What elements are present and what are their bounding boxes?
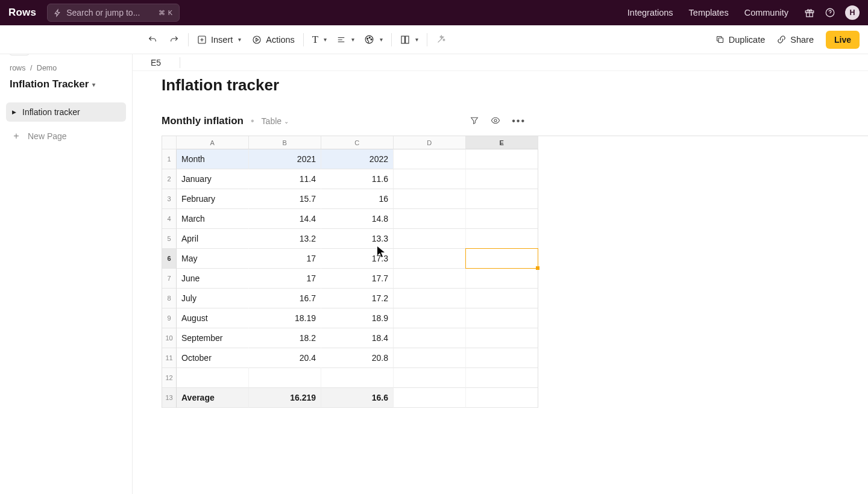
crumb-root[interactable]: rows [10, 64, 25, 72]
filter-icon[interactable] [470, 116, 479, 127]
brand-logo[interactable]: Rows [8, 7, 36, 19]
cell-A4[interactable]: March [177, 209, 249, 229]
cell-D4[interactable] [394, 209, 466, 229]
cell-B10[interactable]: 18.2 [249, 328, 321, 348]
col-header-A[interactable]: A [177, 136, 249, 149]
cell-A8[interactable]: July [177, 289, 249, 308]
cell-C6[interactable]: 17.3 [321, 249, 394, 269]
cell-A12[interactable] [177, 368, 249, 388]
cell-A6[interactable]: May [177, 249, 249, 269]
cell-A13[interactable]: Average [177, 388, 249, 408]
row-header-8[interactable]: 8 [162, 289, 177, 308]
row-header-6[interactable]: 6 [162, 249, 177, 269]
view-selector[interactable]: Table ⌄ [262, 116, 289, 126]
col-header-B[interactable]: B [249, 136, 321, 149]
cell-B3[interactable]: 15.7 [249, 189, 321, 209]
cell-E13[interactable] [466, 388, 538, 408]
cell-B8[interactable]: 16.7 [249, 289, 321, 308]
cell-C5[interactable]: 13.3 [321, 229, 394, 249]
cell-E2[interactable] [466, 169, 538, 189]
cell-E12[interactable] [466, 368, 538, 388]
cell-A9[interactable]: August [177, 308, 249, 328]
undo-button[interactable] [147, 35, 158, 45]
cell-A1[interactable]: Month [177, 149, 249, 169]
cell-B1[interactable]: 2021 [249, 149, 321, 169]
cell-D11[interactable] [394, 348, 466, 368]
col-header-C[interactable]: C [321, 136, 394, 149]
cell-D13[interactable] [394, 388, 466, 408]
cell-E9[interactable] [466, 308, 538, 328]
cell-C4[interactable]: 14.8 [321, 209, 394, 229]
nav-templates[interactable]: Templates [689, 8, 729, 17]
cell-B13[interactable]: 16.219 [249, 388, 321, 408]
cell-D8[interactable] [394, 289, 466, 308]
cell-B7[interactable]: 17 [249, 269, 321, 289]
cell-C10[interactable]: 18.4 [321, 328, 394, 348]
cell-E5[interactable] [466, 229, 538, 249]
cell-A5[interactable]: April [177, 229, 249, 249]
col-header-E[interactable]: E [466, 136, 538, 149]
cell-D7[interactable] [394, 269, 466, 289]
nav-integrations[interactable]: Integrations [627, 8, 673, 17]
search-input[interactable]: Search or jump to... ⌘ K [47, 4, 180, 22]
row-header-3[interactable]: 3 [162, 189, 177, 209]
cell-B5[interactable]: 13.2 [249, 229, 321, 249]
table-name[interactable]: Monthly inflation [162, 115, 244, 127]
nav-community[interactable]: Community [744, 8, 788, 17]
row-header-2[interactable]: 2 [162, 169, 177, 189]
cell-C8[interactable]: 17.2 [321, 289, 394, 308]
cell-E11[interactable] [466, 348, 538, 368]
cell-B6[interactable]: 17 [249, 249, 321, 269]
cell-A3[interactable]: February [177, 189, 249, 209]
color-button[interactable]: ▾ [364, 34, 383, 45]
cell-B4[interactable]: 14.4 [249, 209, 321, 229]
text-format-button[interactable]: T ▾ [312, 34, 327, 46]
actions-button[interactable]: Actions [252, 35, 295, 45]
row-header-10[interactable]: 10 [162, 328, 177, 348]
cell-D5[interactable] [394, 229, 466, 249]
more-icon[interactable]: ••• [512, 116, 526, 127]
crumb-leaf[interactable]: Demo [37, 64, 57, 72]
cell-C9[interactable]: 18.9 [321, 308, 394, 328]
live-button[interactable]: Live [826, 31, 860, 49]
cell-E1[interactable] [466, 149, 538, 169]
cell-C1[interactable]: 2022 [321, 149, 394, 169]
cell-E10[interactable] [466, 328, 538, 348]
cell-E7[interactable] [466, 269, 538, 289]
cell-C3[interactable]: 16 [321, 189, 394, 209]
row-header-5[interactable]: 5 [162, 229, 177, 249]
duplicate-button[interactable]: Duplicate [715, 35, 765, 45]
redo-button[interactable] [169, 35, 180, 45]
tree-item-inflation[interactable]: ▶ Inflation tracker [6, 102, 126, 122]
cell-B11[interactable]: 20.4 [249, 348, 321, 368]
cell-D6[interactable] [394, 249, 466, 269]
doc-title[interactable]: Inflation Tracker ▾ [6, 78, 126, 90]
wand-button[interactable] [436, 34, 446, 45]
cell-C7[interactable]: 17.7 [321, 269, 394, 289]
row-header-12[interactable]: 12 [162, 368, 177, 388]
cell-B9[interactable]: 18.19 [249, 308, 321, 328]
corner-cell[interactable] [162, 136, 177, 149]
cell-D12[interactable] [394, 368, 466, 388]
row-header-4[interactable]: 4 [162, 209, 177, 229]
row-header-7[interactable]: 7 [162, 269, 177, 289]
cell-E4[interactable] [466, 209, 538, 229]
row-header-1[interactable]: 1 [162, 149, 177, 169]
row-header-13[interactable]: 13 [162, 388, 177, 408]
avatar[interactable]: H [845, 5, 860, 20]
align-button[interactable]: ▾ [336, 36, 354, 44]
cell-B2[interactable]: 11.4 [249, 169, 321, 189]
cell-A10[interactable]: September [177, 328, 249, 348]
page-title[interactable]: Inflation tracker [162, 76, 868, 95]
cell-A7[interactable]: June [177, 269, 249, 289]
spreadsheet[interactable]: ABCDE1Month202120222January11.411.63Febr… [162, 136, 868, 408]
cell-A2[interactable]: January [177, 169, 249, 189]
cell-D2[interactable] [394, 169, 466, 189]
insert-button[interactable]: Insert ▾ [197, 35, 241, 45]
row-header-11[interactable]: 11 [162, 348, 177, 368]
cell-E3[interactable] [466, 189, 538, 209]
cell-E6[interactable] [466, 249, 538, 269]
cell-D9[interactable] [394, 308, 466, 328]
share-button[interactable]: Share [777, 35, 814, 45]
layout-button[interactable]: ▾ [400, 35, 418, 45]
